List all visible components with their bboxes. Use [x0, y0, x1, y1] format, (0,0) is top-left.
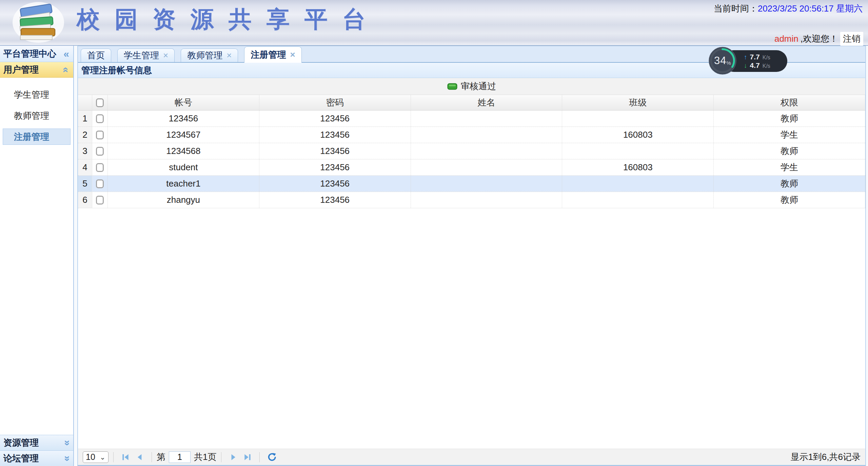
row-checkbox[interactable]: [96, 114, 104, 123]
cell-role: 教师: [714, 192, 865, 208]
row-checkbox[interactable]: [96, 163, 104, 172]
current-time: 当前时间：2023/3/25 20:56:17 星期六: [714, 3, 863, 15]
net-monitor-widget[interactable]: ↑ 7.7 K/s ↓ 4.7 K/s 34 %: [709, 47, 797, 75]
select-all-checkbox[interactable]: [96, 98, 104, 107]
table-row[interactable]: 2 1234567 123456 160803 学生: [78, 127, 865, 143]
sidebar-item-label: 教师管理: [14, 110, 49, 122]
accordion-body: 学生管理 教师管理 注册管理: [0, 78, 73, 435]
tab-teacher-mgmt[interactable]: 教师管理 ×: [181, 48, 238, 62]
row-checkbox[interactable]: [96, 131, 104, 139]
cell-class: [562, 176, 714, 192]
accordion-header-user-mgmt[interactable]: 用户管理 «: [0, 62, 73, 78]
cell-class: 160803: [562, 159, 714, 175]
page-suffix: 共1页: [194, 451, 216, 463]
collapse-left-icon[interactable]: «: [63, 49, 69, 59]
cell-account: zhangyu: [108, 192, 259, 208]
select-chevron-icon: ⌄: [100, 453, 105, 461]
download-arrow-icon: ↓: [744, 62, 747, 69]
approve-icon: [447, 83, 457, 90]
close-icon[interactable]: ×: [163, 50, 168, 61]
sidebar-item-label: 注册管理: [14, 131, 49, 143]
sidebar-item-teacher-mgmt[interactable]: 教师管理: [3, 108, 71, 124]
cell-account: student: [108, 159, 259, 175]
prev-page-button[interactable]: [134, 451, 145, 463]
row-index: 5: [78, 176, 92, 192]
last-page-button[interactable]: [242, 451, 253, 463]
upload-row: ↑ 7.7 K/s: [744, 53, 787, 60]
books-logo-icon: [12, 1, 65, 43]
upload-value: 7.7: [750, 53, 760, 60]
table-header-row: 帐号 密码 姓名 班级 权限: [78, 95, 865, 111]
next-page-button[interactable]: [228, 451, 239, 463]
accordion-label: 论坛管理: [3, 452, 39, 464]
page-size-select[interactable]: 10 ⌄: [83, 451, 108, 463]
cell-class: [562, 111, 714, 127]
checkbox-cell: [92, 111, 108, 127]
table-row[interactable]: 5 teacher1 123456 教师: [78, 176, 865, 192]
table-row[interactable]: 6 zhangyu 123456 教师: [78, 192, 865, 208]
page-number-input[interactable]: 1: [169, 451, 191, 463]
accordion-header-resource-mgmt[interactable]: 资源管理 «: [0, 435, 73, 450]
time-value: 2023/3/25 20:56:17 星期六: [758, 3, 863, 14]
page-title: 校园资源共享平台: [77, 4, 380, 35]
tab-home[interactable]: 首页: [81, 48, 111, 62]
refresh-button[interactable]: [266, 451, 277, 463]
cell-password: 123456: [259, 159, 411, 175]
sidebar-item-student-mgmt[interactable]: 学生管理: [3, 86, 71, 103]
row-checkbox[interactable]: [96, 147, 104, 156]
welcome-text: ,欢迎您！: [801, 33, 838, 45]
accordion-label: 用户管理: [3, 64, 39, 76]
cell-account: 1234567: [108, 127, 259, 143]
welcome-row: admin ,欢迎您！ 注销: [774, 32, 863, 46]
username: admin: [774, 34, 798, 44]
row-index: 2: [78, 127, 92, 143]
table-row[interactable]: 1 123456 123456 教师: [78, 111, 865, 127]
pagination-status: 显示1到6,共6记录: [790, 451, 861, 463]
checkbox-cell: [92, 127, 108, 143]
upload-unit: K/s: [763, 55, 770, 60]
net-progress-circle: 34 %: [709, 47, 736, 75]
net-percent-unit: %: [727, 60, 731, 66]
upload-arrow-icon: ↑: [744, 54, 747, 60]
cell-password: 123456: [259, 127, 411, 143]
cell-name: [411, 192, 563, 208]
app-root: 校园资源共享平台 当前时间：2023/3/25 20:56:17 星期六 adm…: [0, 0, 868, 466]
row-checkbox[interactable]: [96, 196, 104, 205]
pagination-bar: 10 ⌄ 第 1 共1页 显示1到6: [78, 449, 865, 465]
tab-label: 学生管理: [124, 50, 159, 61]
sidebar-item-register-mgmt[interactable]: 注册管理: [3, 129, 71, 145]
header-password: 密码: [259, 95, 411, 110]
tab-register-mgmt[interactable]: 注册管理 ×: [244, 46, 301, 63]
divider: [113, 452, 114, 462]
cell-role: 学生: [714, 159, 865, 175]
sidebar-item-label: 学生管理: [14, 89, 49, 101]
page-size-value: 10: [86, 452, 95, 462]
sidebar: 平台管理中心 « 用户管理 « 学生管理 教师管理 注册管理 资源管理 « 论坛…: [0, 46, 74, 466]
cell-name: [411, 176, 563, 192]
accordion-header-forum-mgmt[interactable]: 论坛管理 «: [0, 450, 73, 466]
tab-student-mgmt[interactable]: 学生管理 ×: [117, 48, 175, 62]
table-row[interactable]: 3 1234568 123456 教师: [78, 143, 865, 159]
cell-role: 教师: [714, 111, 865, 127]
checkbox-cell: [92, 143, 108, 159]
first-page-button[interactable]: [120, 451, 131, 463]
divider: [152, 452, 152, 462]
approve-button[interactable]: 审核通过: [444, 79, 499, 94]
table-row[interactable]: 4 student 123456 160803 学生: [78, 159, 865, 176]
cell-name: [411, 111, 563, 127]
close-icon[interactable]: ×: [226, 50, 232, 61]
tab-label: 教师管理: [187, 50, 222, 61]
close-icon[interactable]: ×: [290, 50, 295, 60]
download-value: 4.7: [750, 62, 760, 69]
download-unit: K/s: [763, 63, 770, 69]
row-checkbox[interactable]: [96, 179, 104, 188]
cell-account: 123456: [108, 111, 259, 127]
main-panel: 首页 学生管理 × 教师管理 × 注册管理 × 管理注册帐号信息: [77, 46, 866, 466]
cell-name: [411, 143, 563, 159]
cell-account: teacher1: [108, 176, 259, 192]
header-name: 姓名: [411, 95, 563, 110]
tab-label: 注册管理: [251, 49, 286, 61]
divider: [221, 452, 221, 462]
header-role: 权限: [714, 95, 865, 110]
logout-button[interactable]: 注销: [840, 32, 863, 46]
